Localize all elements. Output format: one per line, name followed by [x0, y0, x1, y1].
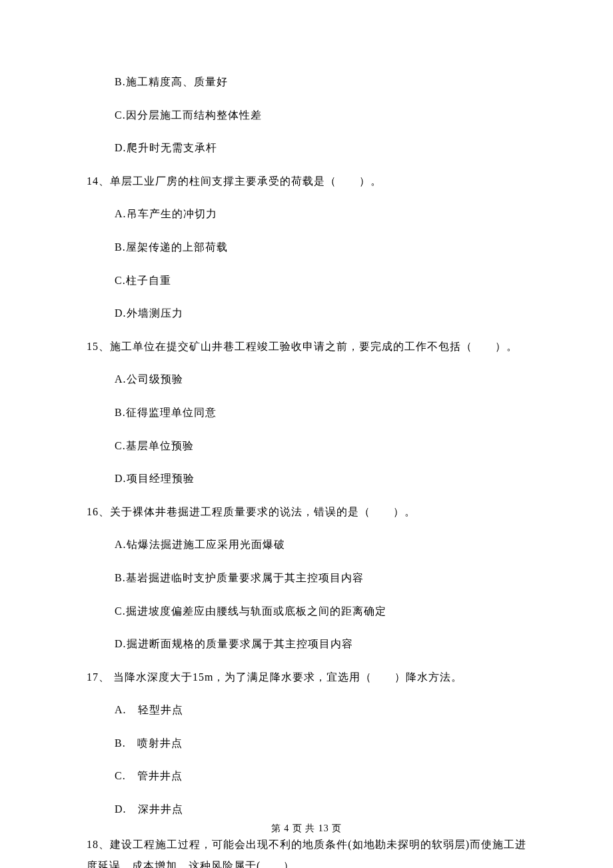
q15-option-a: A.公司级预验 — [87, 371, 526, 388]
q17-option-a: A. 轻型井点 — [87, 701, 526, 719]
q15-option-d: D.项目经理预验 — [87, 470, 526, 487]
q17-option-c: C. 管井井点 — [87, 767, 526, 785]
q14-option-c: C.柱子自重 — [87, 272, 526, 289]
q16-option-d: D.掘进断面规格的质量要求属于其主控项目内容 — [87, 635, 526, 653]
q14-option-a: A.吊车产生的冲切力 — [87, 205, 526, 223]
q14-option-b: B.屋架传递的上部荷载 — [87, 239, 526, 256]
q13-option-c: C.因分层施工而结构整体性差 — [87, 107, 526, 124]
q13-option-b: B.施工精度高、质量好 — [87, 73, 526, 91]
q15-option-b: B.征得监理单位同意 — [87, 404, 526, 421]
q14-text: 14、单层工业厂房的柱间支撑主要承受的荷载是（ ）。 — [87, 173, 526, 190]
q18-text: 18、建设工程施工过程，可能会出现不利的地质条件(如地勘未探明的软弱层)而使施工… — [87, 834, 526, 868]
q15-text: 15、施工单位在提交矿山井巷工程竣工验收申请之前，要完成的工作不包括（ ）。 — [87, 338, 526, 355]
q16-option-b: B.基岩掘进临时支护质量要求属于其主控项目内容 — [87, 569, 526, 587]
q16-option-a: A.钻爆法掘进施工应采用光面爆破 — [87, 536, 526, 553]
page-footer: 第 4 页 共 13 页 — [0, 821, 613, 836]
q16-option-c: C.掘进坡度偏差应由腰线与轨面或底板之间的距离确定 — [87, 603, 526, 620]
page-content: B.施工精度高、质量好 C.因分层施工而结构整体性差 D.爬升时无需支承杆 14… — [0, 0, 613, 868]
q16-text: 16、关于裸体井巷掘进工程质量要求的说法，错误的是（ ）。 — [87, 503, 526, 521]
q17-text: 17、 当降水深度大于15m，为了满足降水要求，宜选用（ ）降水方法。 — [87, 669, 526, 686]
q13-option-d: D.爬升时无需支承杆 — [87, 139, 526, 157]
q14-option-d: D.外墙测压力 — [87, 305, 526, 322]
q15-option-c: C.基层单位预验 — [87, 437, 526, 455]
q17-option-b: B. 喷射井点 — [87, 735, 526, 752]
q17-option-d: D. 深井井点 — [87, 801, 526, 818]
